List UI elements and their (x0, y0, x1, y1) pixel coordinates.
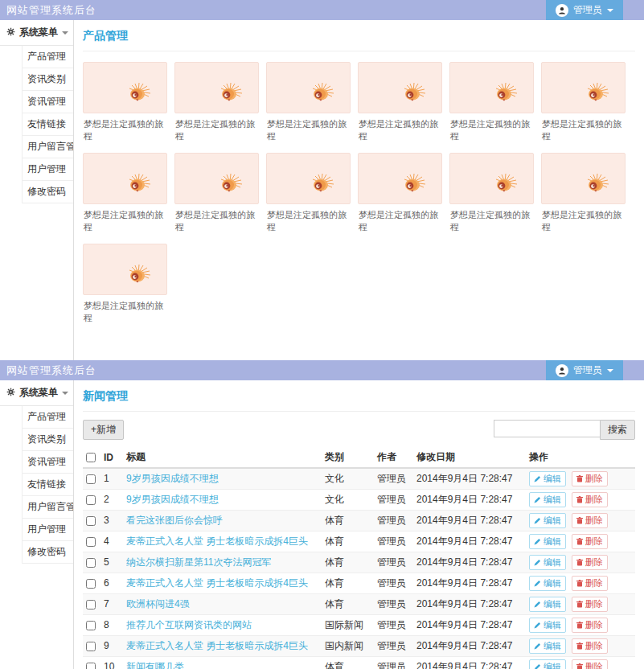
sidebar-item[interactable]: 资讯类别 (23, 429, 73, 451)
row-checkbox[interactable] (86, 474, 96, 484)
product-card[interactable]: 梦想是注定孤独的旅程 (266, 62, 351, 153)
edit-button[interactable]: 编辑 (529, 471, 566, 486)
row-checkbox[interactable] (86, 537, 96, 547)
search-input[interactable] (494, 420, 600, 437)
product-image (358, 62, 442, 113)
delete-button[interactable]: 删除 (572, 659, 608, 669)
news-screen: 网站管理系统后台 管理员 (0, 360, 644, 669)
delete-button[interactable]: 删除 (572, 555, 608, 570)
row-date: 2014年9月4日 7:28:47 (413, 594, 526, 615)
page-title: 新闻管理 (83, 389, 635, 404)
sidebar-item[interactable]: 产品管理 (23, 406, 73, 429)
sidebar-item[interactable]: 资讯类别 (23, 68, 73, 91)
product-card[interactable]: 梦想是注定孤独的旅程 (358, 62, 442, 153)
edit-button[interactable]: 编辑 (529, 659, 566, 669)
row-title-link[interactable]: 9岁男孩因成绩不理想 (123, 468, 322, 490)
sidebar-menu-header[interactable]: 系统菜单 (0, 380, 73, 406)
sidebar-item[interactable]: 用户留言管理 (23, 136, 73, 158)
edit-button[interactable]: 编辑 (529, 555, 566, 570)
sidebar-item[interactable]: 用户留言管理 (23, 496, 73, 519)
product-caption: 梦想是注定孤独的旅程 (450, 209, 534, 233)
row-title-link[interactable]: 麦蒂正式入名人堂 勇士老板暗示成拆4巨头 (123, 636, 322, 657)
product-card[interactable]: 梦想是注定孤独的旅程 (266, 153, 351, 244)
news-table: ID 标题 类别 作者 修改日期 操作 1 9岁男孩因成绩不理想 文化 管理员 … (83, 447, 635, 669)
row-checkbox[interactable] (86, 495, 96, 505)
product-card[interactable]: 梦想是注定孤独的旅程 (83, 62, 167, 153)
row-title-link[interactable]: 推荐几个互联网资讯类的网站 (123, 615, 322, 636)
add-news-button[interactable]: +新增 (83, 420, 124, 440)
product-image (266, 62, 351, 113)
row-title-link[interactable]: 欧洲杯闯进4强 (123, 594, 322, 615)
row-title-link[interactable]: 9岁男孩因成绩不理想 (123, 490, 322, 511)
edit-button[interactable]: 编辑 (529, 534, 566, 549)
gear-icon (6, 388, 15, 399)
delete-button[interactable]: 删除 (572, 513, 608, 528)
edit-button[interactable]: 编辑 (529, 618, 566, 633)
sidebar-item[interactable]: 修改密码 (23, 181, 73, 203)
select-all-checkbox[interactable] (86, 453, 96, 462)
col-id: ID (100, 447, 123, 468)
edit-button[interactable]: 编辑 (529, 638, 566, 654)
sidebar-item[interactable]: 资讯管理 (23, 451, 73, 474)
row-title-link[interactable]: 麦蒂正式入名人堂 勇士老板暗示成拆4巨头 (123, 573, 322, 594)
delete-button[interactable]: 删除 (572, 618, 608, 633)
row-title-link[interactable]: 麦蒂正式入名人堂 勇士老板暗示成拆4巨头 (123, 532, 322, 552)
sidebar-item[interactable]: 友情链接 (23, 113, 73, 136)
trash-icon (576, 580, 583, 587)
product-card[interactable]: 梦想是注定孤独的旅程 (83, 244, 167, 334)
edit-button[interactable]: 编辑 (529, 576, 566, 591)
row-checkbox[interactable] (86, 642, 96, 651)
product-caption: 梦想是注定孤独的旅程 (267, 118, 351, 142)
row-checkbox[interactable] (86, 516, 96, 526)
row-id: 8 (100, 615, 123, 636)
pencil-icon (534, 622, 541, 629)
delete-button[interactable]: 删除 (572, 576, 608, 591)
product-card[interactable]: 梦想是注定孤独的旅程 (449, 153, 534, 244)
product-card[interactable]: 梦想是注定孤独的旅程 (174, 153, 259, 244)
row-checkbox[interactable] (86, 663, 96, 669)
title-divider (83, 51, 635, 51)
delete-button[interactable]: 删除 (572, 492, 608, 507)
delete-button[interactable]: 删除 (572, 534, 608, 549)
product-card[interactable]: 梦想是注定孤独的旅程 (449, 62, 534, 153)
edit-button[interactable]: 编辑 (529, 597, 566, 612)
row-checkbox[interactable] (86, 579, 96, 589)
product-card[interactable]: 梦想是注定孤独的旅程 (174, 62, 259, 153)
sidebar-item[interactable]: 用户管理 (23, 158, 73, 181)
product-card[interactable]: 梦想是注定孤独的旅程 (541, 62, 626, 153)
products-screen: 网站管理系统后台 管理员 (0, 0, 644, 360)
table-row: 8 推荐几个互联网资讯类的网站 国际新闻 管理员 2014年9月4日 7:28:… (83, 615, 635, 636)
product-caption: 梦想是注定孤独的旅程 (359, 118, 442, 142)
product-card[interactable]: 梦想是注定孤独的旅程 (541, 153, 626, 244)
sidebar-item[interactable]: 资讯管理 (23, 91, 73, 113)
sidebar-menu-header[interactable]: 系统菜单 (0, 20, 73, 46)
search-button[interactable]: 搜索 (600, 420, 635, 440)
user-menu-button[interactable]: 管理员 (546, 360, 623, 380)
product-card[interactable]: 梦想是注定孤独的旅程 (358, 153, 442, 244)
col-author: 作者 (374, 447, 413, 468)
search-group: 搜索 (494, 420, 635, 440)
sidebar: 系统菜单 产品管理资讯类别资讯管理友情链接用户留言管理用户管理修改密码 (0, 380, 74, 669)
delete-button[interactable]: 删除 (572, 471, 608, 486)
delete-button[interactable]: 删除 (572, 638, 608, 654)
row-title-link[interactable]: 新闻有哪几类 (123, 657, 322, 669)
delete-button[interactable]: 删除 (572, 597, 608, 612)
news-main: 新闻管理 +新增 搜索 ID 标题 (74, 380, 644, 669)
sidebar-item[interactable]: 用户管理 (23, 519, 73, 541)
edit-button[interactable]: 编辑 (529, 492, 566, 507)
row-title-link[interactable]: 纳达尔横扫新星第11次夺法网冠军 (123, 552, 322, 573)
sidebar-item[interactable]: 修改密码 (23, 541, 73, 564)
user-menu-button[interactable]: 管理员 (546, 0, 623, 20)
product-image (174, 62, 259, 113)
row-title-link[interactable]: 看完这张图后你会惊呼 (123, 511, 322, 532)
row-checkbox[interactable] (86, 600, 96, 609)
sidebar-item[interactable]: 产品管理 (23, 46, 73, 68)
product-caption: 梦想是注定孤独的旅程 (175, 118, 259, 142)
sidebar-item[interactable]: 友情链接 (23, 474, 73, 496)
row-checkbox[interactable] (86, 621, 96, 630)
row-author: 管理员 (374, 552, 413, 573)
edit-button[interactable]: 编辑 (529, 513, 566, 528)
shell-icon (310, 173, 334, 193)
product-card[interactable]: 梦想是注定孤独的旅程 (83, 153, 167, 244)
row-checkbox[interactable] (86, 558, 96, 568)
